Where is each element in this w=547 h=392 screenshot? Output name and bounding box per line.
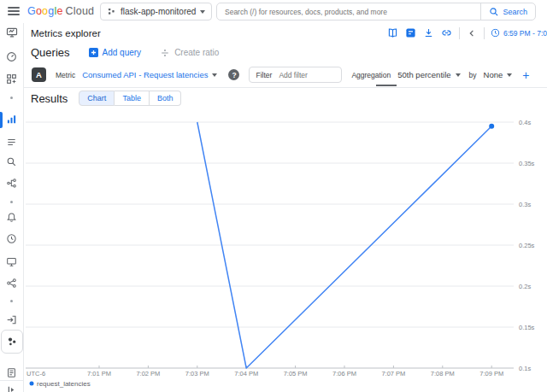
sidebar-item-alerting[interactable] bbox=[0, 212, 23, 223]
sidebar-item-services[interactable] bbox=[0, 278, 23, 289]
chart-board-icon[interactable] bbox=[405, 27, 417, 39]
divider bbox=[459, 27, 460, 39]
sidebar-item-uptime-checks[interactable] bbox=[0, 233, 23, 244]
tab-both[interactable]: Both bbox=[150, 91, 182, 106]
page-bar-actions: 6:59 PM - 7:0 bbox=[387, 27, 547, 39]
services-share-icon bbox=[6, 278, 17, 289]
group-by-dropdown[interactable]: None bbox=[484, 70, 513, 79]
chevron-down-icon bbox=[507, 73, 512, 77]
project-selector[interactable]: flask-app-monitored bbox=[100, 3, 212, 20]
svg-text:7:01 PM: 7:01 PM bbox=[87, 370, 111, 377]
aggregation-label: Aggregation bbox=[351, 71, 391, 79]
chevron-down-icon bbox=[212, 73, 217, 77]
results-title: Results bbox=[31, 92, 68, 105]
sidebar-item-alerting-policies[interactable] bbox=[0, 137, 23, 148]
list-icon bbox=[6, 137, 17, 148]
monitoring-sidebar bbox=[0, 23, 24, 392]
filter-field: Filter bbox=[249, 67, 342, 83]
svg-text:7:04 PM: 7:04 PM bbox=[234, 370, 258, 377]
trace-tree-icon bbox=[6, 178, 17, 189]
monitor-icon bbox=[6, 256, 17, 267]
svg-text:0.15s: 0.15s bbox=[519, 324, 535, 331]
filter-input[interactable] bbox=[277, 70, 335, 80]
monitoring-overview-icon bbox=[6, 26, 18, 38]
main-content: Queries Add query Create ratio A Metric … bbox=[24, 43, 547, 392]
svg-text:0.35s: 0.35s bbox=[519, 160, 535, 167]
sidebar-item-dashboards[interactable] bbox=[0, 51, 23, 62]
sidebar-item-highlighted[interactable] bbox=[1, 330, 23, 354]
svg-text:0.25s: 0.25s bbox=[519, 242, 535, 249]
results-view-tabs: Chart Table Both bbox=[79, 91, 181, 106]
time-range-text: 6:59 PM - 7:0 bbox=[503, 29, 547, 38]
panel-expand-icon bbox=[6, 384, 17, 392]
queries-title: Queries bbox=[31, 46, 70, 59]
divider bbox=[484, 27, 485, 39]
svg-text:0.2s: 0.2s bbox=[519, 283, 531, 290]
help-icon[interactable]: ? bbox=[228, 69, 239, 80]
google-cloud-logo[interactable]: GoogleCloud bbox=[27, 0, 94, 23]
aggregation-dropdown[interactable]: 50th percentile bbox=[397, 70, 460, 79]
project-icon bbox=[107, 7, 116, 16]
queries-header: Queries Add query Create ratio bbox=[24, 43, 547, 62]
chevron-down-icon bbox=[200, 10, 205, 14]
latency-chart[interactable]: 0.4s0.35s0.3s0.25s0.2s0.15s0.1s7:01 PM7:… bbox=[24, 108, 547, 392]
download-icon[interactable] bbox=[423, 27, 435, 39]
svg-text:7:06 PM: 7:06 PM bbox=[332, 370, 356, 377]
sidebar-item-vm-dashboard[interactable] bbox=[0, 256, 23, 267]
sidebar-item-trace[interactable] bbox=[0, 178, 23, 189]
sidebar-item-release-notes[interactable] bbox=[0, 367, 23, 378]
document-icon bbox=[6, 367, 17, 378]
reading-list-icon[interactable] bbox=[387, 27, 399, 39]
query-badge: A bbox=[32, 67, 46, 82]
add-query-button[interactable]: Add query bbox=[89, 48, 142, 57]
tab-table[interactable]: Table bbox=[115, 91, 150, 106]
search-list-icon bbox=[6, 156, 17, 167]
svg-text:UTC-6: UTC-6 bbox=[26, 370, 45, 377]
svg-text:0.1s: 0.1s bbox=[519, 365, 531, 372]
svg-text:7:08 PM: 7:08 PM bbox=[431, 370, 455, 377]
create-ratio-button[interactable]: Create ratio bbox=[160, 48, 219, 58]
metric-label: Metric bbox=[56, 71, 75, 79]
sidebar-section-dot bbox=[0, 97, 23, 99]
by-label: by bbox=[469, 71, 477, 79]
filter-label: Filter bbox=[256, 71, 272, 79]
top-header: GoogleCloud flask-app-monitored Search bbox=[0, 0, 547, 24]
search-button[interactable]: Search bbox=[480, 3, 535, 20]
results-header: Results Chart Table Both bbox=[24, 88, 547, 108]
chevron-down-icon bbox=[456, 73, 461, 77]
global-search-bar: Search bbox=[216, 3, 536, 20]
aggregation-underline bbox=[376, 85, 397, 86]
share-link-icon[interactable] bbox=[441, 27, 453, 39]
dashboards-icon bbox=[6, 51, 17, 62]
collapse-time-panel-icon[interactable] bbox=[466, 27, 478, 39]
time-range-selector[interactable]: 6:59 PM - 7:0 bbox=[491, 28, 547, 38]
search-input[interactable] bbox=[217, 8, 480, 16]
svg-text:0.4s: 0.4s bbox=[519, 119, 531, 126]
svg-text:7:05 PM: 7:05 PM bbox=[284, 370, 308, 377]
bell-icon bbox=[6, 212, 17, 223]
chart-area: 0.4s0.35s0.3s0.25s0.2s0.15s0.1s7:01 PM7:… bbox=[24, 108, 547, 392]
uptime-clock-icon bbox=[6, 233, 17, 244]
integrations-icon bbox=[6, 73, 17, 85]
add-aggregation-button[interactable]: + bbox=[522, 69, 529, 81]
metrics-explorer-app: GoogleCloud flask-app-monitored Search M… bbox=[0, 0, 547, 392]
sidebar-section-dot bbox=[0, 201, 23, 203]
svg-text:7:09 PM: 7:09 PM bbox=[479, 370, 503, 377]
svg-text:request_latencies: request_latencies bbox=[37, 380, 91, 388]
metrics-explorer-icon bbox=[6, 114, 17, 125]
svg-text:7:03 PM: 7:03 PM bbox=[185, 370, 209, 377]
metric-dropdown[interactable]: Consumed API - Request latencies bbox=[82, 70, 217, 79]
sidebar-item-integrations[interactable] bbox=[0, 73, 23, 85]
menu-icon[interactable] bbox=[8, 7, 20, 16]
sidebar-item-metrics-scope[interactable] bbox=[0, 156, 23, 167]
collapse-sidebar-button[interactable] bbox=[0, 384, 23, 392]
logo-google: Google bbox=[27, 5, 63, 17]
query-builder-row: A Metric Consumed API - Request latencie… bbox=[24, 62, 547, 88]
ratio-icon bbox=[160, 48, 170, 58]
tab-chart[interactable]: Chart bbox=[79, 91, 115, 106]
project-name: flask-app-monitored bbox=[121, 7, 196, 16]
page-title: Metrics explorer bbox=[24, 28, 101, 38]
sidebar-item-overview[interactable] bbox=[0, 26, 23, 38]
sidebar-item-metrics-explorer[interactable] bbox=[0, 114, 23, 125]
sidebar-item-settings[interactable] bbox=[0, 314, 23, 325]
